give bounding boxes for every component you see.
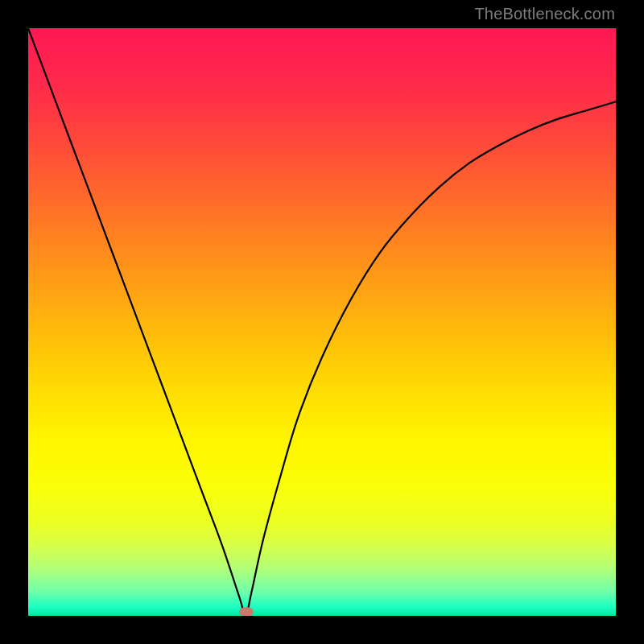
chart-container: TheBottleneck.com <box>0 0 644 644</box>
plot-area <box>28 28 616 616</box>
bottleneck-curve <box>28 28 616 616</box>
optimal-point-marker <box>239 607 254 616</box>
watermark-text: TheBottleneck.com <box>474 5 615 23</box>
